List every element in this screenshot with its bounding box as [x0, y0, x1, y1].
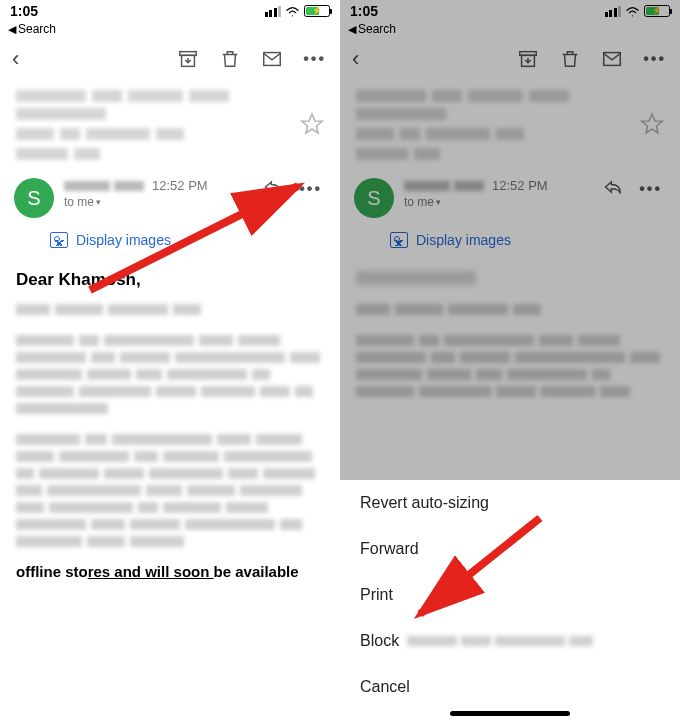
chevron-left-icon: ◀: [8, 23, 16, 36]
star-icon[interactable]: [640, 112, 664, 136]
nav-back-search[interactable]: ◀ Search: [0, 22, 340, 42]
message-more-icon[interactable]: •••: [639, 180, 662, 198]
more-icon[interactable]: •••: [643, 50, 666, 68]
message-more-icon[interactable]: •••: [299, 180, 322, 198]
back-button[interactable]: ‹: [352, 46, 359, 72]
greeting-text: Dear Khamosh,: [0, 248, 340, 304]
archive-icon[interactable]: [517, 48, 539, 70]
body-para-1-redacted: [0, 304, 340, 331]
archive-icon[interactable]: [177, 48, 199, 70]
nav-back-label: Search: [18, 22, 56, 36]
mail-toolbar: ‹ •••: [340, 42, 680, 80]
wifi-icon: [285, 6, 300, 17]
display-images-row[interactable]: Display images: [390, 232, 680, 248]
message-time: 12:52 PM: [152, 178, 208, 193]
chevron-down-icon: ▾: [96, 197, 101, 207]
trash-icon[interactable]: [559, 48, 581, 70]
nav-back-search[interactable]: ◀ Search: [340, 22, 680, 42]
greeting-redacted: [340, 248, 680, 304]
display-images-link: Display images: [76, 232, 171, 248]
sheet-revert[interactable]: Revert auto-sizing: [340, 480, 680, 526]
battery-icon: ⚡: [304, 5, 330, 17]
screenshot-right: 1:05 ⚡ ◀ Search ‹ •••: [340, 0, 680, 720]
nav-back-label: Search: [358, 22, 396, 36]
display-images-link: Display images: [416, 232, 511, 248]
body-para-2-redacted: [0, 331, 340, 430]
sender-row: S 12:52 PM to me ▾ •••: [0, 168, 340, 222]
sheet-forward[interactable]: Forward: [340, 526, 680, 572]
reply-icon[interactable]: [603, 178, 623, 200]
cellular-icon: [605, 6, 622, 17]
image-icon: [390, 232, 408, 248]
cellular-icon: [265, 6, 282, 17]
chevron-left-icon: ◀: [348, 23, 356, 36]
status-indicators: ⚡: [265, 5, 331, 17]
trash-icon[interactable]: [219, 48, 241, 70]
image-icon: [50, 232, 68, 248]
mail-icon[interactable]: [261, 48, 283, 70]
sheet-print[interactable]: Print: [340, 572, 680, 618]
subject-redacted: [0, 80, 340, 168]
status-bar: 1:05 ⚡: [340, 0, 680, 22]
mail-icon[interactable]: [601, 48, 623, 70]
avatar-initial: S: [367, 187, 380, 210]
body-para-2-redacted: [340, 331, 680, 413]
more-icon[interactable]: •••: [303, 50, 326, 68]
status-time: 1:05: [350, 3, 378, 19]
status-bar: 1:05 ⚡: [0, 0, 340, 22]
back-button[interactable]: ‹: [12, 46, 19, 72]
message-time: 12:52 PM: [492, 178, 548, 193]
sender-name-redacted: [64, 181, 144, 191]
body-para-1-redacted: [340, 304, 680, 331]
wifi-icon: [625, 6, 640, 17]
action-sheet: Revert auto-sizing Forward Print Block C…: [340, 480, 680, 720]
home-indicator[interactable]: [450, 711, 570, 716]
screenshot-left: 1:05 ⚡ ◀ Search ‹ •••: [0, 0, 340, 720]
display-images-row[interactable]: Display images: [50, 232, 340, 248]
battery-icon: ⚡: [644, 5, 670, 17]
star-icon[interactable]: [300, 112, 324, 136]
avatar[interactable]: S: [354, 178, 394, 218]
avatar[interactable]: S: [14, 178, 54, 218]
avatar-initial: S: [27, 187, 40, 210]
status-indicators: ⚡: [605, 5, 671, 17]
status-time: 1:05: [10, 3, 38, 19]
mail-toolbar: ‹ •••: [0, 42, 340, 80]
body-para-3-redacted: [0, 430, 340, 563]
sheet-cancel[interactable]: Cancel: [340, 664, 680, 710]
block-target-redacted: [407, 636, 593, 646]
reply-icon[interactable]: [263, 178, 283, 200]
chevron-down-icon: ▾: [436, 197, 441, 207]
sender-name-redacted: [404, 181, 484, 191]
body-visible-line: offline stores and will soon be availabl…: [0, 563, 340, 580]
sender-row: S 12:52 PM to me ▾ •••: [340, 168, 680, 222]
subject-redacted: [340, 80, 680, 168]
sheet-block[interactable]: Block: [340, 618, 680, 664]
